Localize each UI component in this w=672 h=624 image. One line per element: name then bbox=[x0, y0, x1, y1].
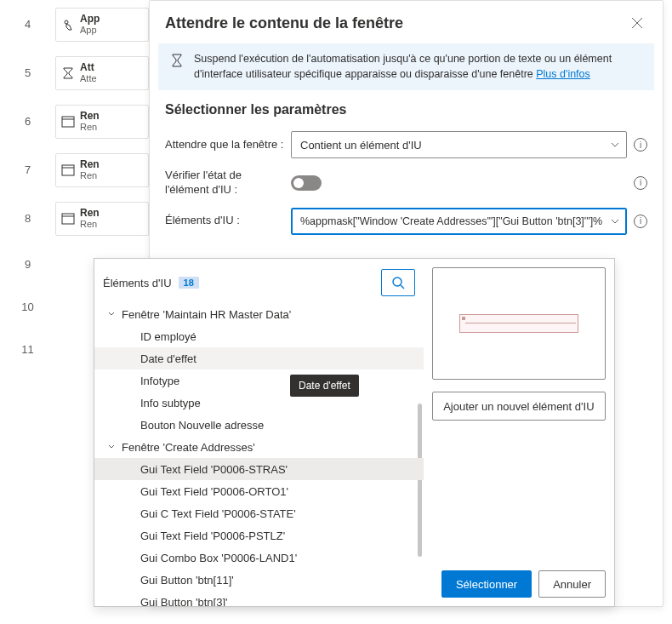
tree-element-node[interactable]: Gui C Text Field 'P0006-STATE' bbox=[94, 502, 424, 524]
svg-point-9 bbox=[393, 278, 401, 286]
tree-element-node[interactable]: Gui Combo Box 'P0006-LAND1' bbox=[94, 547, 424, 569]
step-title: Att bbox=[80, 62, 97, 73]
tree-node-label: Bouton Nouvelle adresse bbox=[140, 419, 264, 432]
chevron-down-icon bbox=[108, 311, 118, 318]
close-icon bbox=[631, 17, 643, 29]
tree-element-node[interactable]: Infotype bbox=[94, 369, 424, 392]
window-icon bbox=[61, 212, 75, 226]
step-number: 11 bbox=[0, 343, 55, 356]
check-state-toggle[interactable] bbox=[291, 175, 322, 191]
step-title: Ren bbox=[80, 208, 100, 219]
tree-node-label: Infotype bbox=[140, 375, 179, 387]
info-icon[interactable]: i bbox=[634, 138, 647, 152]
flow-step[interactable]: 6RenRen bbox=[0, 97, 149, 146]
info-icon[interactable]: i bbox=[634, 176, 647, 190]
step-number: 10 bbox=[0, 301, 55, 313]
ui-element-tree[interactable]: Fenêtre 'Maintain HR Master Data'ID empl… bbox=[94, 303, 424, 606]
select-button[interactable]: Sélectionner bbox=[441, 570, 532, 598]
tree-node-label: Gui Combo Box 'P0006-LAND1' bbox=[140, 552, 297, 564]
step-title: Ren bbox=[80, 159, 100, 170]
step-subtitle: Ren bbox=[80, 219, 100, 229]
step-number: 5 bbox=[0, 66, 55, 79]
param-wait-label: Attendre que la fenêtre : bbox=[165, 138, 284, 152]
ui-element-select[interactable]: %appmask["Window 'Create Addresses'"]["G… bbox=[291, 208, 627, 235]
tree-window-node[interactable]: Fenêtre 'Maintain HR Master Data' bbox=[94, 303, 424, 325]
tree-node-label: Fenêtre 'Maintain HR Master Data' bbox=[122, 308, 291, 321]
svg-rect-1 bbox=[62, 117, 74, 127]
tree-node-label: Gui Text Field 'P0006-ORTO1' bbox=[140, 485, 288, 498]
step-number: 9 bbox=[0, 258, 55, 271]
step-subtitle: Atte bbox=[80, 73, 97, 83]
dialog-title: Attendre le contenu de la fenêtre bbox=[165, 14, 403, 32]
wait-condition-select[interactable]: Contient un élément d'IU bbox=[291, 131, 627, 158]
chevron-down-icon bbox=[108, 444, 118, 450]
svg-point-0 bbox=[65, 20, 68, 24]
tree-element-node[interactable]: ID employé bbox=[94, 325, 424, 347]
tree-element-node[interactable]: Date d'effet bbox=[94, 347, 424, 369]
info-icon[interactable]: i bbox=[634, 215, 647, 228]
flow-step[interactable]: 4AppApp bbox=[0, 0, 149, 49]
search-icon bbox=[391, 276, 405, 289]
hourglass-icon bbox=[170, 54, 185, 69]
step-title: Ren bbox=[80, 111, 100, 122]
select-value: %appmask["Window 'Create Addresses'"]["G… bbox=[300, 215, 602, 227]
cancel-button[interactable]: Annuler bbox=[538, 570, 606, 598]
tree-window-node[interactable]: Fenêtre 'Create Addresses' bbox=[94, 436, 424, 458]
step-number: 8 bbox=[0, 212, 55, 225]
window-icon bbox=[61, 163, 75, 177]
tree-node-label: Gui Button 'btn[3]' bbox=[140, 596, 228, 607]
close-button[interactable] bbox=[627, 13, 647, 33]
touch-icon bbox=[61, 18, 75, 31]
svg-rect-3 bbox=[62, 165, 74, 175]
step-subtitle: Ren bbox=[80, 122, 100, 132]
tree-element-node[interactable]: Bouton Nouvelle adresse bbox=[94, 414, 424, 436]
step-number: 6 bbox=[0, 115, 55, 128]
flow-step[interactable]: 5AttAtte bbox=[0, 49, 149, 97]
svg-rect-5 bbox=[62, 214, 74, 224]
ui-elements-title: Éléments d'IU bbox=[103, 277, 172, 289]
tree-node-label: Gui Button 'btn[11]' bbox=[140, 574, 234, 587]
tree-node-label: Gui C Text Field 'P0006-STATE' bbox=[140, 507, 296, 520]
window-icon bbox=[61, 115, 75, 129]
search-button[interactable] bbox=[381, 269, 415, 296]
tree-element-node[interactable]: Gui Button 'btn[3]' bbox=[94, 591, 424, 606]
param-ui-elements-label: Éléments d'IU : bbox=[165, 214, 284, 228]
step-subtitle: App bbox=[80, 25, 100, 35]
info-banner: Suspend l'exécution de l'automatisation … bbox=[158, 43, 654, 90]
chevron-down-icon bbox=[611, 142, 619, 147]
chevron-down-icon bbox=[611, 219, 619, 224]
tree-element-node[interactable]: Gui Text Field 'P0006-STRAS' bbox=[94, 458, 424, 480]
param-check-state-label: Vérifier l'état de l'élément d'IU : bbox=[165, 169, 284, 198]
more-info-link[interactable]: Plus d'infos bbox=[536, 68, 590, 80]
tree-element-node[interactable]: Gui Text Field 'P0006-PSTLZ' bbox=[94, 524, 424, 547]
step-number: 7 bbox=[0, 163, 55, 176]
ui-elements-panel: Éléments d'IU 18 Fenêtre 'Maintain HR Ma… bbox=[94, 258, 615, 607]
element-preview bbox=[432, 267, 606, 380]
tree-node-label: Gui Text Field 'P0006-STRAS' bbox=[140, 463, 288, 476]
tree-node-label: Date d'effet bbox=[140, 352, 196, 365]
tooltip: Date d'effet bbox=[290, 375, 359, 397]
step-subtitle: Ren bbox=[80, 170, 100, 180]
step-number: 4 bbox=[0, 18, 55, 31]
tree-element-node[interactable]: Gui Text Field 'P0006-ORTO1' bbox=[94, 480, 424, 502]
hourglass-icon bbox=[61, 66, 75, 80]
ui-elements-count-badge: 18 bbox=[179, 277, 199, 289]
select-value: Contient un élément d'IU bbox=[300, 139, 422, 152]
tree-node-label: ID employé bbox=[140, 330, 196, 343]
tree-element-node[interactable]: Info subtype bbox=[94, 392, 424, 414]
tree-element-node[interactable]: Gui Button 'btn[11]' bbox=[94, 569, 424, 591]
flow-step[interactable]: 8RenRen bbox=[0, 194, 149, 243]
flow-step[interactable]: 7RenRen bbox=[0, 146, 149, 194]
section-title: Sélectionner les paramètres bbox=[150, 102, 663, 126]
tree-node-label: Info subtype bbox=[140, 397, 201, 409]
step-title: App bbox=[80, 14, 100, 25]
svg-line-10 bbox=[401, 285, 404, 289]
info-text: Suspend l'exécution de l'automatisation … bbox=[194, 52, 642, 82]
add-ui-element-button[interactable]: Ajouter un nouvel élément d'IU bbox=[432, 392, 606, 421]
tree-node-label: Fenêtre 'Create Addresses' bbox=[122, 441, 255, 454]
tree-node-label: Gui Text Field 'P0006-PSTLZ' bbox=[140, 530, 285, 542]
